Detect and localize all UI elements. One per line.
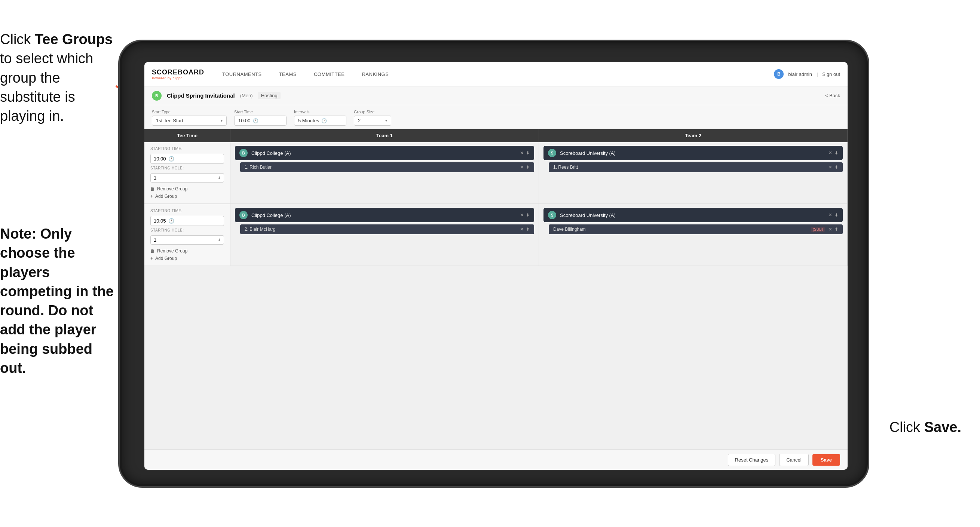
hole-input-1[interactable]: 1 ⬍ <box>150 173 224 183</box>
intervals-value: 5 Minutes <box>298 118 319 123</box>
sub-header: B Clippd Spring Invitational (Men) Hosti… <box>145 86 848 105</box>
chevron-icon-g2t1[interactable]: ⬍ <box>526 212 530 218</box>
start-time-input[interactable]: 10:00 🕐 <box>234 116 286 126</box>
clock-icon-2: 🕐 <box>321 118 327 123</box>
starting-time-label-1: STARTING TIME: <box>150 146 224 151</box>
close-icon-g2p2[interactable]: ✕ <box>829 227 832 232</box>
team2-actions-1: ✕ ⬍ <box>829 150 838 156</box>
starting-hole-label-2: STARTING HOLE: <box>150 228 224 232</box>
chevron-icon-p1[interactable]: ⬍ <box>526 165 530 170</box>
starting-hole-label-1: STARTING HOLE: <box>150 166 224 170</box>
save-button[interactable]: Save <box>813 454 840 466</box>
group-size-select[interactable]: 2 ▾ <box>354 116 391 126</box>
nav-committee[interactable]: COMMITTEE <box>311 70 348 78</box>
group-2-team1-card[interactable]: B Clippd College (A) ✕ ⬍ <box>235 208 534 222</box>
nav-rankings[interactable]: RANKINGS <box>359 70 391 78</box>
add-group-button-1[interactable]: + Add Group <box>150 194 224 199</box>
nav-tournaments[interactable]: TOURNAMENTS <box>219 70 265 78</box>
group-2-controls: STARTING TIME: 10:05 🕐 STARTING HOLE: 1 … <box>145 204 231 266</box>
group-2-team1-cell: B Clippd College (A) ✕ ⬍ 2. Blair McHarg… <box>231 204 539 266</box>
add-group-button-2[interactable]: + Add Group <box>150 256 224 261</box>
player-name-1-1: 1. Rich Butler <box>245 165 516 170</box>
remove-group-button-2[interactable]: 🗑 Remove Group <box>150 248 224 253</box>
team1-badge-1: B <box>239 149 248 157</box>
chevron-down-icon: ▾ <box>221 119 223 123</box>
chevron-icon-g2p1[interactable]: ⬍ <box>526 227 530 232</box>
back-link[interactable]: < Back <box>825 93 840 99</box>
sub-badge: (SUB) <box>811 227 825 232</box>
logo-sub: Powered by clippd <box>152 76 183 80</box>
team2-name-1: Scoreboard University (A) <box>560 150 825 156</box>
cancel-button[interactable]: Cancel <box>779 454 808 466</box>
player-row: Dave Billingham (SUB) ✕ ⬍ <box>549 224 843 234</box>
remove-group-label-1: Remove Group <box>157 186 188 191</box>
close-icon-p1[interactable]: ✕ <box>520 165 523 170</box>
click-save-instruction: Click Save. <box>889 419 961 435</box>
close-icon-g2t1[interactable]: ✕ <box>520 212 523 218</box>
trash-icon-1: 🗑 <box>150 186 155 191</box>
clock-icon-3: 🕐 <box>168 156 174 162</box>
remove-group-button-1[interactable]: 🗑 Remove Group <box>150 186 224 191</box>
time-input-2[interactable]: 10:05 🕐 <box>150 216 224 226</box>
chevron-icon-t2[interactable]: ⬍ <box>835 150 838 156</box>
reset-changes-button[interactable]: Reset Changes <box>728 454 776 466</box>
logo: SCOREBOARD Powered by clippd <box>152 68 204 80</box>
player-name-1-2: 2. Blair McHarg <box>245 227 516 232</box>
add-group-label-1: Add Group <box>155 194 177 199</box>
team1-actions-1: ✕ ⬍ <box>520 150 530 156</box>
plus-icon-1: + <box>150 194 153 199</box>
start-type-select[interactable]: 1st Tee Start ▾ <box>152 116 227 126</box>
logo-title: SCOREBOARD <box>152 68 204 76</box>
event-type: (Men) <box>240 93 253 99</box>
time-value-1: 10:00 <box>154 156 166 162</box>
tee-groups-bold: Tee Groups <box>35 32 113 47</box>
player-actions-2-2: ✕ ⬍ <box>829 227 838 232</box>
start-type-group: Start Type 1st Tee Start ▾ <box>152 110 227 126</box>
nav-right: B blair admin | Sign out <box>774 69 840 79</box>
chevron-icon-g2p2[interactable]: ⬍ <box>835 227 838 232</box>
start-type-label: Start Type <box>152 110 227 114</box>
close-icon-t2[interactable]: ✕ <box>829 150 832 156</box>
hole-value-1: 1 <box>154 175 156 181</box>
table-header: Tee Time Team 1 Team 2 <box>145 129 848 142</box>
instruction-top: Click Tee Groups to select which group t… <box>0 30 116 126</box>
group-1-controls: STARTING TIME: 10:00 🕐 STARTING HOLE: 1 … <box>145 142 231 204</box>
user-name: blair admin <box>788 72 812 77</box>
close-icon-p2[interactable]: ✕ <box>829 165 832 170</box>
signout-link[interactable]: Sign out <box>822 72 840 77</box>
group-1-team2-card[interactable]: S Scoreboard University (A) ✕ ⬍ <box>544 146 843 160</box>
intervals-select[interactable]: 5 Minutes 🕐 <box>294 116 346 126</box>
tablet-frame: SCOREBOARD Powered by clippd TOURNAMENTS… <box>120 41 868 486</box>
footer-bar: Reset Changes Cancel Save <box>145 449 848 470</box>
clock-icon: 🕐 <box>253 118 258 123</box>
time-value-2: 10:05 <box>154 218 166 224</box>
add-group-label-2: Add Group <box>155 256 177 261</box>
event-badge: B <box>152 91 162 100</box>
group-2-team2-card[interactable]: S Scoreboard University (A) ✕ ⬍ <box>544 208 843 222</box>
team2-name-2: Scoreboard University (A) <box>560 212 825 218</box>
instruction-top-rest: to select which group the substitute is … <box>0 51 93 124</box>
nav-separator: | <box>816 72 818 77</box>
settings-row: Start Type 1st Tee Start ▾ Start Time 10… <box>145 105 848 129</box>
group-size-value: 2 <box>358 118 361 123</box>
player-actions-2-1: ✕ ⬍ <box>829 165 838 170</box>
player-actions-1-2: ✕ ⬍ <box>520 227 530 232</box>
team2-badge-1: S <box>548 149 556 157</box>
nav-teams[interactable]: TEAMS <box>276 70 300 78</box>
group-size-group: Group Size 2 ▾ <box>354 110 391 126</box>
player-row: 1. Rich Butler ✕ ⬍ <box>240 162 534 172</box>
close-icon-g2t2[interactable]: ✕ <box>829 212 832 218</box>
tablet-screen: SCOREBOARD Powered by clippd TOURNAMENTS… <box>145 62 848 470</box>
close-icon-g2p1[interactable]: ✕ <box>520 227 523 232</box>
chevron-icon-g2t2[interactable]: ⬍ <box>835 212 838 218</box>
start-type-value: 1st Tee Start <box>156 118 183 123</box>
group-1-team1-card[interactable]: B Clippd College (A) ✕ ⬍ <box>235 146 534 160</box>
table-body: STARTING TIME: 10:00 🕐 STARTING HOLE: 1 … <box>145 142 848 470</box>
chevron-up-icon-1[interactable]: ⬍ <box>526 150 530 156</box>
chevron-icon-p2[interactable]: ⬍ <box>835 165 838 170</box>
intervals-label: Intervals <box>294 110 346 114</box>
hosting-tag: Hosting <box>258 92 280 99</box>
time-input-1[interactable]: 10:00 🕐 <box>150 154 224 164</box>
hole-input-2[interactable]: 1 ⬍ <box>150 235 224 245</box>
close-icon-1[interactable]: ✕ <box>520 150 523 156</box>
